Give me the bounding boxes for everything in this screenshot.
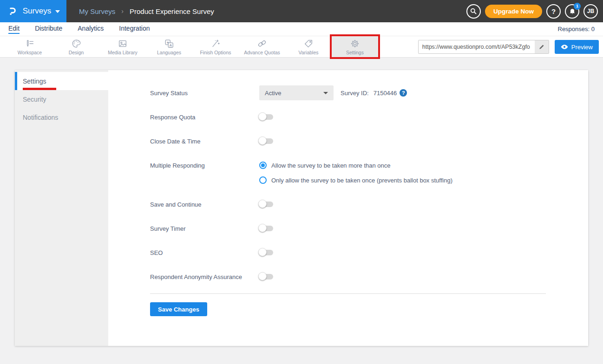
- survey-timer-label: Survey Timer: [150, 225, 259, 232]
- toolbar-label-design: Design: [69, 50, 84, 55]
- radio-option-only-once[interactable]: Only allow the survey to be taken once (…: [259, 173, 452, 188]
- close-date-time-label: Close Date & Time: [150, 138, 259, 145]
- search-icon: [470, 7, 477, 15]
- nav-tab-distribute[interactable]: Distribute: [35, 25, 62, 34]
- toolbar-item-media-library[interactable]: Media Library: [99, 36, 146, 57]
- variables-tag-icon: [303, 39, 314, 49]
- seo-label: SEO: [150, 249, 259, 256]
- breadcrumb-separator-icon: ›: [121, 7, 124, 15]
- multiple-responding-row: Multiple Responding Allow the survey to …: [150, 158, 546, 188]
- toolbar-item-languages[interactable]: ★ A Languages: [146, 36, 192, 57]
- nav-tab-analytics[interactable]: Analytics: [78, 25, 104, 34]
- preview-label: Preview: [571, 44, 593, 51]
- survey-id-label: Survey ID:: [341, 90, 369, 97]
- top-header: Surveys My Surveys › Product Experience …: [0, 0, 603, 22]
- survey-url-input[interactable]: [419, 40, 535, 53]
- settings-card: Settings Security Notifications Survey S…: [15, 70, 588, 346]
- product-menu-label: Surveys: [23, 6, 51, 16]
- response-quota-label: Response Quota: [150, 114, 259, 121]
- save-and-continue-label: Save and Continue: [150, 201, 259, 208]
- toolbar-label-variables: Variables: [299, 50, 319, 55]
- radio-unselected-icon: [259, 176, 267, 184]
- sidebar-item-label: Notifications: [23, 114, 58, 121]
- responses-count: Responses: 0: [558, 26, 595, 32]
- seo-row: SEO: [150, 245, 546, 260]
- toolbar-item-settings[interactable]: Settings: [332, 36, 378, 57]
- survey-id-help-icon[interactable]: ?: [400, 89, 407, 97]
- svg-text:A: A: [169, 43, 172, 47]
- breadcrumb-current-survey-title: Product Experience Survey: [130, 7, 214, 15]
- toggle-knob: [258, 224, 267, 232]
- toolbar-label-workspace: Workspace: [18, 50, 42, 55]
- advance-quotas-links-icon: [257, 39, 267, 49]
- close-date-time-row: Close Date & Time: [150, 134, 546, 149]
- settings-form: Survey Status Active Survey ID: 7150446 …: [108, 70, 588, 346]
- upgrade-now-button[interactable]: Upgrade Now: [485, 5, 542, 18]
- toolbar-label-languages: Languages: [157, 50, 181, 55]
- toolbar-label-media-library: Media Library: [108, 50, 138, 55]
- media-library-icon: [118, 39, 128, 49]
- toolbar-label-settings: Settings: [346, 50, 364, 55]
- sidebar-item-label: Security: [23, 96, 46, 103]
- breadcrumb-my-surveys[interactable]: My Surveys: [79, 7, 115, 15]
- sidebar-item-notifications[interactable]: Notifications: [15, 108, 108, 126]
- toggle-knob: [258, 272, 267, 280]
- toolbar-item-advance-quotas[interactable]: Advance Quotas: [239, 36, 285, 57]
- survey-status-row: Survey Status Active Survey ID: 7150446 …: [150, 85, 546, 100]
- finish-options-wand-icon: [210, 39, 221, 49]
- preview-button[interactable]: Preview: [555, 40, 599, 54]
- survey-status-select[interactable]: Active: [259, 85, 334, 100]
- toolbar-label-advance-quotas: Advance Quotas: [244, 50, 280, 55]
- user-avatar[interactable]: JB: [583, 4, 598, 19]
- toolbar-item-finish-options[interactable]: Finish Options: [192, 36, 239, 57]
- respondent-anonymity-label: Respondent Anonymity Assurance: [150, 273, 259, 280]
- save-and-continue-toggle[interactable]: [259, 202, 273, 207]
- save-and-continue-row: Save and Continue: [150, 197, 546, 212]
- help-button[interactable]: ?: [546, 4, 561, 19]
- survey-status-value: Active: [265, 90, 281, 97]
- settings-gear-icon: [350, 39, 360, 49]
- nav-tab-edit[interactable]: Edit: [8, 25, 20, 34]
- respondent-anonymity-row: Respondent Anonymity Assurance: [150, 269, 546, 284]
- response-quota-toggle[interactable]: [259, 114, 273, 120]
- radio-option-label: Only allow the survey to be taken once (…: [271, 177, 452, 184]
- question-mark-icon: ?: [551, 7, 556, 15]
- pencil-icon: [538, 44, 545, 50]
- survey-timer-toggle[interactable]: [259, 226, 273, 231]
- notifications-button[interactable]: 1: [565, 4, 579, 19]
- surveys-product-menu[interactable]: Surveys: [0, 0, 66, 22]
- survey-timer-row: Survey Timer: [150, 221, 546, 236]
- save-changes-button[interactable]: Save Changes: [150, 302, 207, 316]
- close-date-time-toggle[interactable]: [259, 138, 273, 144]
- edit-url-button[interactable]: [535, 40, 549, 53]
- radio-option-label: Allow the survey to be taken more than o…: [271, 162, 391, 169]
- toggle-knob: [258, 112, 267, 121]
- sidebar-item-label: Settings: [23, 78, 46, 85]
- seo-toggle[interactable]: [259, 250, 273, 255]
- search-button[interactable]: [466, 4, 481, 19]
- toggle-knob: [258, 136, 267, 145]
- notification-count-badge: 1: [574, 3, 581, 10]
- toolbar-item-workspace[interactable]: Workspace: [7, 36, 53, 57]
- sidebar-item-security[interactable]: Security: [15, 90, 108, 108]
- chevron-down-icon: [323, 92, 328, 94]
- nav-tab-integration[interactable]: Integration: [119, 25, 150, 34]
- questionpro-logo-icon: [7, 5, 19, 17]
- respondent-anonymity-toggle[interactable]: [259, 274, 273, 280]
- avatar-initials: JB: [587, 8, 594, 14]
- toolbar-item-design[interactable]: Design: [53, 36, 99, 57]
- design-palette-icon: [71, 39, 81, 49]
- toggle-knob: [258, 200, 267, 208]
- survey-status-label: Survey Status: [150, 90, 259, 97]
- survey-nav: Edit Distribute Analytics Integration Re…: [0, 22, 603, 36]
- radio-option-allow-multiple[interactable]: Allow the survey to be taken more than o…: [259, 158, 452, 173]
- languages-icon: ★ A: [164, 39, 174, 49]
- survey-share-url-group: [418, 40, 549, 54]
- toggle-knob: [258, 248, 267, 256]
- toolbar-item-variables[interactable]: Variables: [285, 36, 332, 57]
- content-area: Settings Security Notifications Survey S…: [0, 58, 603, 346]
- sidebar-item-settings[interactable]: Settings: [15, 72, 108, 90]
- workspace-icon: [25, 39, 35, 49]
- edit-toolbar: Workspace Design Media Library ★ A Langu…: [0, 36, 603, 58]
- radio-selected-icon: [259, 162, 267, 169]
